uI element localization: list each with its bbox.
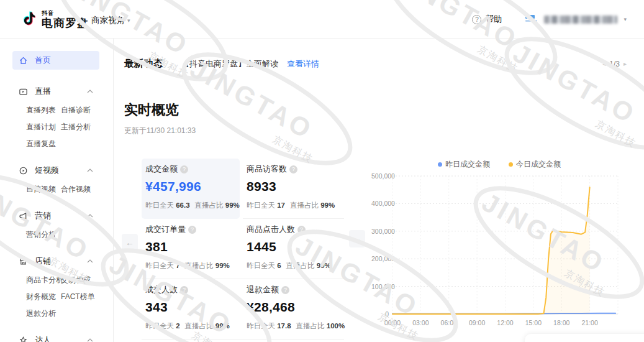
sidebar-item[interactable]: 营销分析 <box>26 229 61 239</box>
x-tick-label: 06:00 <box>441 319 457 326</box>
pager-next-icon[interactable]: ▸ <box>624 60 627 67</box>
metric-sub: 昨日全天 6直播占比 99% <box>247 261 339 270</box>
chevron-down-icon: ▾ <box>127 17 130 24</box>
legend-item-today[interactable]: 今日成交金额 <box>509 159 561 170</box>
metric-sub: 昨日全天 7直播占比 99% <box>145 261 238 270</box>
chevron-up-icon <box>87 169 93 172</box>
sidebar-item-home[interactable]: 首页 <box>12 51 99 70</box>
sidebar-group-live[interactable]: 直播 <box>0 86 113 97</box>
sidebar: 首页 直播 直播列表 自播诊断 直播计划 主播分析 直播复盘 短视频 自营视频 … <box>0 39 114 342</box>
x-tick-label: 03:00 <box>412 319 429 326</box>
y-tick-label: 400,000 <box>371 200 389 207</box>
main-content: 最新动态 【抖音电商罗盘】全面解读 查看详情 ◂ 1/3 ▸ 实时概览 更新于1… <box>114 39 644 342</box>
sidebar-group-shop[interactable]: 店铺 <box>0 256 113 267</box>
home-icon <box>19 56 28 65</box>
y-tick-label: 200,000 <box>371 255 389 262</box>
help-label: 帮助 <box>485 14 502 25</box>
info-icon[interactable]: ? <box>289 165 297 173</box>
floating-panel <box>525 334 644 342</box>
info-icon[interactable]: ? <box>180 165 188 173</box>
y-tick-label: 0 <box>371 310 389 318</box>
metric-card-visitors[interactable]: 商品访客数? 8933 昨日全天 17直播占比 99% <box>243 159 344 219</box>
y-tick-label: 300,000 <box>371 228 389 235</box>
metric-label: 商品访客数 <box>247 164 287 175</box>
x-tick-label: 21:00 <box>581 319 597 326</box>
sidebar-item[interactable]: FACT榜单 <box>61 292 113 302</box>
metric-sub: 昨日全天 17.8直播占比 100% <box>247 321 339 331</box>
metric-label: 退款金额 <box>247 284 279 295</box>
pager-count: 1/3 <box>609 60 620 68</box>
sidebar-item[interactable]: 合作视频 <box>61 184 113 194</box>
news-detail-link[interactable]: 查看详情 <box>287 58 319 70</box>
sidebar-item[interactable]: 直播复盘 <box>26 139 61 149</box>
chevron-down-icon[interactable]: ▾ <box>624 16 627 22</box>
carousel-prev-button[interactable]: ← <box>122 234 138 251</box>
app-logo: 抖音 电商罗盘 <box>21 10 89 29</box>
metric-card-buyers[interactable]: 成交人数? 343 昨日全天 2直播占比 99% <box>142 279 243 340</box>
info-icon[interactable]: ? <box>281 286 289 294</box>
chart-plot-area <box>371 157 627 337</box>
sidebar-item[interactable]: 退款分析 <box>26 308 61 318</box>
sidebar-item[interactable]: 直播计划 <box>26 122 61 132</box>
sidebar-item[interactable]: 主播分析 <box>61 122 113 132</box>
metric-label: 成交订单量 <box>145 224 186 235</box>
news-pagination: ◂ 1/3 ▸ <box>602 60 627 68</box>
sidebar-group-influencer[interactable]: 达人 <box>0 335 113 342</box>
sidebar-item[interactable]: 自营视频 <box>26 184 61 194</box>
y-tick-label: 100,000 <box>371 283 389 290</box>
help-button[interactable]: ? 帮助 <box>472 14 502 25</box>
metric-value: 381 <box>145 239 238 254</box>
sidebar-group-short-video[interactable]: 短视频 <box>0 165 113 176</box>
sidebar-item[interactable]: 交易构成 <box>61 275 113 285</box>
news-item[interactable]: 【抖音电商罗盘】全面解读 <box>181 58 278 70</box>
metric-sub: 昨日全天 17直播占比 99% <box>247 201 339 210</box>
metric-card-gmv[interactable]: 成交金额? ¥457,996 昨日全天 66.3直播占比 99% <box>142 159 240 219</box>
sidebar-group-label: 店铺 <box>35 256 51 267</box>
x-tick-label: 00:00 <box>384 319 401 326</box>
info-icon[interactable]: ? <box>188 226 196 234</box>
legend-label: 今日成交金额 <box>516 159 561 170</box>
info-icon[interactable]: ? <box>297 226 306 234</box>
douyin-note-icon <box>21 10 37 29</box>
sidebar-item[interactable]: 商品卡分析 <box>26 275 61 285</box>
sidebar-group-label: 营销 <box>35 210 51 221</box>
info-icon[interactable]: ? <box>180 286 188 294</box>
metric-value: 8933 <box>247 179 339 194</box>
top-header: 抖音 电商罗盘 商家视角 ▾ ? 帮助 ▾ <box>0 0 644 39</box>
play-circle-icon <box>19 166 28 175</box>
shop-icon <box>19 257 28 266</box>
metric-value: 1445 <box>247 239 339 254</box>
metric-card-refunds[interactable]: 退款金额? ¥28,468 昨日全天 17.8直播占比 100% <box>243 279 344 340</box>
legend-dot-icon <box>509 162 513 167</box>
view-mode-switcher[interactable]: 商家视角 ▾ <box>91 15 130 26</box>
sidebar-item[interactable]: 自播诊断 <box>61 105 113 115</box>
metric-card-clicks[interactable]: 商品点击人数? 1445 昨日全天 6直播占比 99% <box>243 219 344 279</box>
chevron-up-icon <box>87 214 93 218</box>
sidebar-group-label: 短视频 <box>35 165 59 176</box>
header-right: ? 帮助 ▾ <box>472 0 627 39</box>
account-name-masked[interactable] <box>544 16 617 24</box>
sidebar-group-label: 达人 <box>35 335 51 342</box>
sidebar-item[interactable]: 直播列表 <box>26 105 61 115</box>
metric-label: 成交金额 <box>145 164 178 175</box>
star-badge-icon <box>19 336 28 342</box>
metric-card-orders[interactable]: 成交订单量? 381 昨日全天 7直播占比 99% <box>142 219 243 279</box>
gmv-trend-chart: 昨日成交金额 今日成交金额 0100,000200,000300,000400,… <box>371 157 627 341</box>
app-window: { "colors": { "accent": "#2E6BF5", "link… <box>0 0 644 342</box>
page-title: 实时概览 <box>124 101 179 119</box>
sidebar-subitems-short-video: 自营视频 合作视频 <box>26 184 113 194</box>
x-tick-label: 18:00 <box>553 319 569 326</box>
megaphone-icon <box>19 211 28 221</box>
sidebar-group-marketing[interactable]: 营销 <box>0 210 113 221</box>
carousel-next-button[interactable]: → <box>349 230 365 247</box>
news-title: 最新动态 <box>124 57 163 70</box>
pager-prev-icon[interactable]: ◂ <box>602 60 605 67</box>
y-tick-label: 500,000 <box>371 172 389 180</box>
chevron-up-icon <box>87 90 93 93</box>
metric-cards: 成交金额? ¥457,996 昨日全天 66.3直播占比 99% 商品访客数? … <box>142 159 347 340</box>
brand-small-label: 抖音 <box>42 11 89 16</box>
legend-item-yesterday[interactable]: 昨日成交金额 <box>438 159 490 170</box>
sidebar-item[interactable]: 财务概览 <box>26 292 61 302</box>
x-tick-label: 12:00 <box>497 319 513 326</box>
sidebar-group-label: 直播 <box>35 86 51 97</box>
